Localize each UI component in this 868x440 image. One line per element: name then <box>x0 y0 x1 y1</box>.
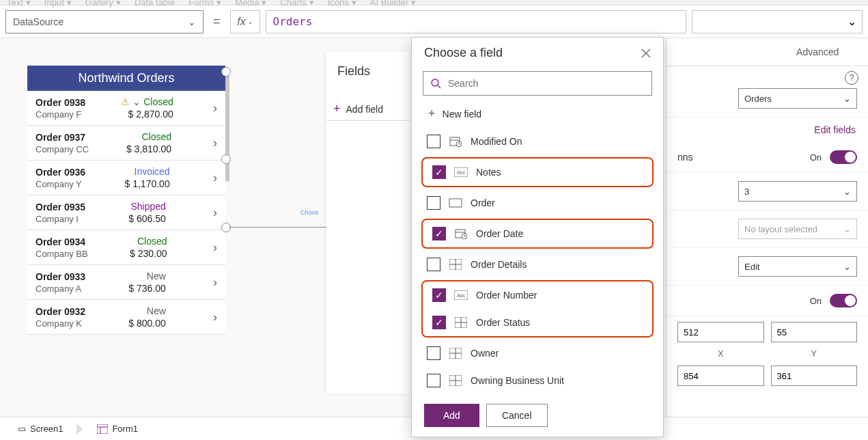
highlighted-field: ✓Order Date <box>421 219 654 249</box>
columns-dropdown[interactable]: 3⌄ <box>738 181 857 202</box>
field-option[interactable]: Owner <box>417 340 658 367</box>
checkbox[interactable] <box>427 374 440 387</box>
field-list[interactable]: Modified On✓AbcNotesOrder✓Order DateOrde… <box>412 128 663 394</box>
ribbon-ai[interactable]: AI Builder ▾ <box>370 0 416 8</box>
field-option[interactable]: ✓Order Date <box>423 220 652 247</box>
screen-tab[interactable]: ▭ Screen1 <box>10 421 71 437</box>
ribbon-datatable[interactable]: Data table <box>135 0 175 8</box>
field-option[interactable]: Order <box>417 189 658 217</box>
field-option[interactable]: Modified On <box>417 128 658 155</box>
equals-sign: = <box>209 14 225 29</box>
size-w-input[interactable]: 854 <box>677 366 764 386</box>
field-label: Order <box>471 197 495 208</box>
add-field-button[interactable]: + Add field <box>326 98 410 121</box>
insert-ribbon: Text ▾ Input ▾ Gallery ▾ Data table Form… <box>0 0 868 5</box>
extra-dropdown[interactable]: ⌄ <box>692 10 863 33</box>
size-h-input[interactable]: 361 <box>771 366 858 386</box>
mode-dropdown[interactable]: Edit⌄ <box>738 256 857 277</box>
checkbox[interactable] <box>427 196 440 210</box>
search-text[interactable] <box>448 78 645 89</box>
highlighted-field: ✓AbcNotes <box>421 157 654 187</box>
help-icon[interactable]: ? <box>845 71 858 85</box>
chevron-right-icon: › <box>213 136 217 150</box>
ribbon-icons[interactable]: Icons ▾ <box>328 0 356 8</box>
checkbox[interactable] <box>427 346 440 360</box>
plus-icon: + <box>333 102 341 116</box>
field-label: Order Number <box>476 290 537 301</box>
cancel-button[interactable]: Cancel <box>486 404 548 427</box>
field-type-icon <box>449 348 462 359</box>
order-amount: $ 2,870.00 <box>128 109 173 120</box>
table-row[interactable]: Order 0935Company IShipped$ 606.50› <box>27 195 225 230</box>
order-amount: $ 230.00 <box>130 248 167 259</box>
close-icon[interactable] <box>641 49 651 58</box>
ribbon-charts[interactable]: Charts ▾ <box>280 0 313 8</box>
table-row[interactable]: Order 0938Company F⚠ ⌄ Closed$ 2,870.00› <box>27 91 225 126</box>
checkbox[interactable]: ✓ <box>432 227 446 240</box>
property-dropdown[interactable]: DataSource ⌄ <box>5 10 204 33</box>
order-amount: $ 736.00 <box>128 283 166 294</box>
add-button[interactable]: Add <box>424 404 479 427</box>
order-number: Order 0932 <box>36 306 85 317</box>
order-status: Shipped <box>130 201 165 212</box>
field-option[interactable]: ✓AbcOrder Number <box>423 281 652 309</box>
ribbon-forms[interactable]: Forms ▾ <box>188 0 221 8</box>
pos-y-input[interactable]: 55 <box>771 322 858 342</box>
ribbon-gallery[interactable]: Gallery ▾ <box>85 0 121 8</box>
prop-mode: Edit⌄ <box>667 248 868 286</box>
resize-handle[interactable] <box>221 223 231 232</box>
field-option[interactable]: Owning Business Unit <box>417 367 658 394</box>
gallery-title: Northwind Orders <box>27 66 225 91</box>
checkbox[interactable]: ✓ <box>432 288 446 302</box>
chevron-right-icon: › <box>213 171 217 185</box>
edit-fields-link[interactable]: Edit fields <box>667 118 868 142</box>
search-input[interactable] <box>423 71 652 96</box>
canvas-gallery[interactable]: Northwind Orders Order 0938Company F⚠ ⌄ … <box>27 66 225 335</box>
field-type-icon <box>449 197 462 208</box>
company-name: Company CC <box>36 144 89 154</box>
checkbox[interactable] <box>427 258 440 271</box>
form-tab[interactable]: Form1 <box>89 421 146 437</box>
new-field-button[interactable]: + New field <box>412 102 663 128</box>
ribbon-input[interactable]: Input ▾ <box>44 0 72 8</box>
field-label: Modified On <box>471 136 522 147</box>
ribbon-text[interactable]: Text ▾ <box>7 0 31 8</box>
formula-input[interactable]: Orders <box>266 10 686 33</box>
table-row[interactable]: Order 0933Company ANew$ 736.00› <box>27 265 225 300</box>
table-row[interactable]: Order 0932Company KNew$ 800.00› <box>27 300 225 335</box>
chevron-down-icon: ⌄ <box>188 16 196 27</box>
field-option[interactable]: ✓Order Status <box>423 309 652 336</box>
table-row[interactable]: Order 0937Company CCClosed$ 3,810.00› <box>27 126 225 161</box>
svg-text:Abc: Abc <box>457 293 466 298</box>
ribbon-media[interactable]: Media ▾ <box>235 0 266 8</box>
field-option[interactable]: Order Details <box>417 251 658 278</box>
layout-dropdown[interactable]: No layout selected⌄ <box>738 219 857 239</box>
visible-toggle[interactable] <box>830 294 857 307</box>
table-row[interactable]: Order 0934Company BBClosed$ 230.00› <box>27 230 225 265</box>
checkbox[interactable] <box>427 135 440 148</box>
search-icon <box>430 78 441 89</box>
checkbox[interactable]: ✓ <box>432 316 446 329</box>
prop-layout: No layout selected⌄ <box>667 210 868 248</box>
pos-x-input[interactable]: 512 <box>677 322 764 342</box>
formula-bar: DataSource ⌄ = fx ⌄ Orders ⌄ <box>0 5 868 38</box>
checkbox[interactable]: ✓ <box>432 165 446 179</box>
resize-handle[interactable] <box>221 67 231 77</box>
field-type-icon <box>454 228 468 239</box>
field-option[interactable]: ✓AbcNotes <box>423 159 652 186</box>
columns-toggle[interactable] <box>830 150 857 164</box>
chevron-down-icon: ⌄ <box>132 96 141 107</box>
order-status: New <box>147 305 166 316</box>
field-label: Order Status <box>476 317 530 328</box>
fx-button[interactable]: fx ⌄ <box>230 10 260 33</box>
svg-rect-14 <box>97 424 108 434</box>
resize-handle[interactable] <box>221 154 231 164</box>
table-row[interactable]: Order 0936Company YInvoiced$ 1,170.00› <box>27 161 225 195</box>
company-name: Company I <box>36 214 85 224</box>
field-type-icon <box>449 136 462 147</box>
gallery-scrollbar[interactable] <box>225 72 229 182</box>
datasource-dropdown[interactable]: Orders⌄ <box>738 88 857 109</box>
form-icon <box>97 424 108 434</box>
company-name: Company Y <box>36 179 85 189</box>
tab-advanced[interactable]: Advanced <box>768 38 869 66</box>
